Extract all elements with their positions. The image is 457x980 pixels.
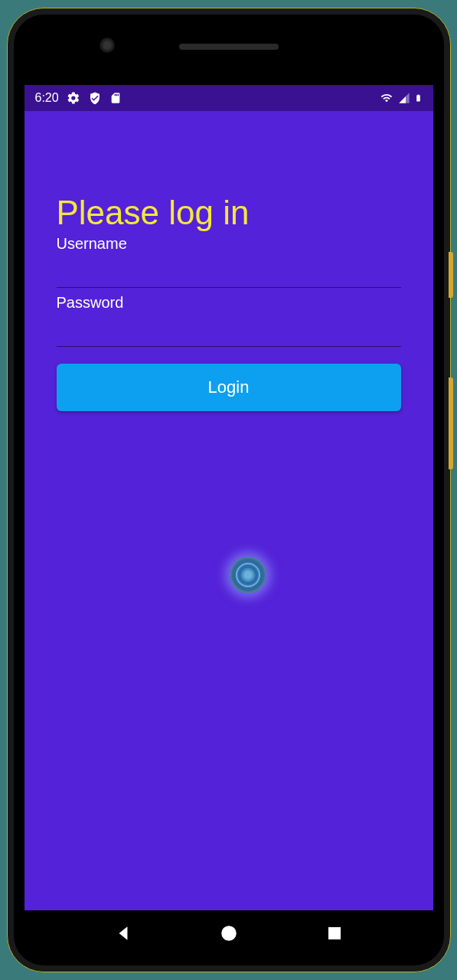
- recents-icon[interactable]: [325, 924, 344, 942]
- battery-icon: [414, 91, 423, 105]
- phone-camera: [100, 38, 115, 53]
- sd-card-icon: [109, 91, 122, 105]
- username-label: Username: [57, 235, 401, 253]
- login-form: Please log in Username Password Login: [24, 111, 433, 411]
- phone-speaker: [179, 44, 279, 50]
- username-input[interactable]: [57, 254, 401, 288]
- password-label: Password: [57, 294, 401, 312]
- signal-icon: [397, 92, 411, 104]
- back-icon[interactable]: [113, 923, 133, 943]
- gear-icon: [67, 91, 80, 105]
- status-time: 6:20: [35, 91, 59, 105]
- phone-side-button: [449, 377, 453, 469]
- voice-assistant-orb[interactable]: [230, 557, 266, 593]
- svg-point-0: [222, 926, 237, 941]
- phone-side-button: [449, 252, 453, 298]
- shield-icon: [88, 91, 102, 105]
- status-right: [379, 91, 423, 105]
- login-button[interactable]: Login: [57, 364, 401, 411]
- wifi-icon: [379, 92, 394, 104]
- password-input[interactable]: [57, 313, 401, 347]
- password-field-group: Password: [57, 294, 401, 347]
- navigation-bar: [24, 910, 433, 956]
- phone-screen: 6:20: [24, 85, 433, 910]
- svg-rect-1: [328, 927, 341, 939]
- page-title: Please log in: [57, 194, 401, 232]
- home-icon[interactable]: [219, 923, 239, 943]
- phone-device-frame: 6:20: [7, 8, 451, 972]
- username-field-group: Username: [57, 235, 401, 288]
- status-left: 6:20: [35, 91, 122, 105]
- status-bar: 6:20: [24, 85, 433, 111]
